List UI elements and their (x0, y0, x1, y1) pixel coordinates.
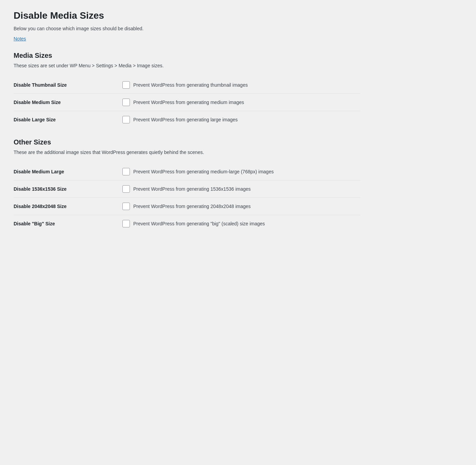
row-content: Prevent WordPress from generating "big" … (122, 220, 360, 227)
media-sizes-rows: Disable Thumbnail Size Prevent WordPress… (14, 76, 360, 128)
table-row: Disable Thumbnail Size Prevent WordPress… (14, 76, 360, 93)
row-label: Disable Large Size (14, 117, 122, 122)
checkbox-label[interactable]: Prevent WordPress from generating 2048x2… (122, 203, 251, 210)
other-sizes-rows: Disable Medium Large Prevent WordPress f… (14, 163, 360, 232)
table-row: Disable "Big" Size Prevent WordPress fro… (14, 215, 360, 232)
row-content: Prevent WordPress from generating large … (122, 116, 360, 123)
page-title: Disable Media Sizes (14, 10, 360, 21)
other-sizes-title: Other Sizes (14, 138, 360, 146)
table-row: Disable 1536x1536 Size Prevent WordPress… (14, 180, 360, 197)
checkbox-label[interactable]: Prevent WordPress from generating large … (122, 116, 238, 123)
checkbox[interactable] (122, 81, 130, 89)
row-label: Disable Thumbnail Size (14, 82, 122, 88)
checkbox-description: Prevent WordPress from generating large … (133, 117, 238, 122)
row-label: Disable Medium Large (14, 169, 122, 174)
row-label: Disable Medium Size (14, 100, 122, 105)
media-sizes-title: Media Sizes (14, 52, 360, 59)
checkbox-label[interactable]: Prevent WordPress from generating medium… (122, 168, 274, 175)
row-label: Disable 2048x2048 Size (14, 204, 122, 209)
checkbox-description: Prevent WordPress from generating medium… (133, 100, 244, 105)
checkbox[interactable] (122, 185, 130, 193)
row-content: Prevent WordPress from generating medium… (122, 168, 360, 175)
checkbox-label[interactable]: Prevent WordPress from generating "big" … (122, 220, 265, 227)
row-content: Prevent WordPress from generating 1536x1… (122, 185, 360, 193)
row-content: Prevent WordPress from generating thumbn… (122, 81, 360, 89)
row-label: Disable "Big" Size (14, 221, 122, 226)
row-content: Prevent WordPress from generating 2048x2… (122, 203, 360, 210)
table-row: Disable Medium Large Prevent WordPress f… (14, 163, 360, 180)
checkbox[interactable] (122, 99, 130, 106)
checkbox[interactable] (122, 220, 130, 227)
checkbox-description: Prevent WordPress from generating 1536x1… (133, 186, 251, 192)
checkbox-label[interactable]: Prevent WordPress from generating medium… (122, 99, 244, 106)
table-row: Disable 2048x2048 Size Prevent WordPress… (14, 197, 360, 215)
checkbox[interactable] (122, 203, 130, 210)
table-row: Disable Medium Size Prevent WordPress fr… (14, 93, 360, 111)
checkbox-description: Prevent WordPress from generating 2048x2… (133, 204, 251, 209)
other-sizes-description: These are the additional image sizes tha… (14, 150, 360, 155)
checkbox[interactable] (122, 168, 130, 175)
checkbox-label[interactable]: Prevent WordPress from generating 1536x1… (122, 185, 251, 193)
page-description: Below you can choose which image sizes s… (14, 26, 360, 31)
notes-link[interactable]: Notes (14, 36, 26, 41)
checkbox-description: Prevent WordPress from generating medium… (133, 169, 274, 174)
row-label: Disable 1536x1536 Size (14, 186, 122, 192)
checkbox[interactable] (122, 116, 130, 123)
checkbox-label[interactable]: Prevent WordPress from generating thumbn… (122, 81, 248, 89)
row-content: Prevent WordPress from generating medium… (122, 99, 360, 106)
checkbox-description: Prevent WordPress from generating thumbn… (133, 82, 248, 88)
table-row: Disable Large Size Prevent WordPress fro… (14, 111, 360, 128)
checkbox-description: Prevent WordPress from generating "big" … (133, 221, 265, 226)
media-sizes-description: These sizes are set under WP Menu > Sett… (14, 63, 360, 68)
